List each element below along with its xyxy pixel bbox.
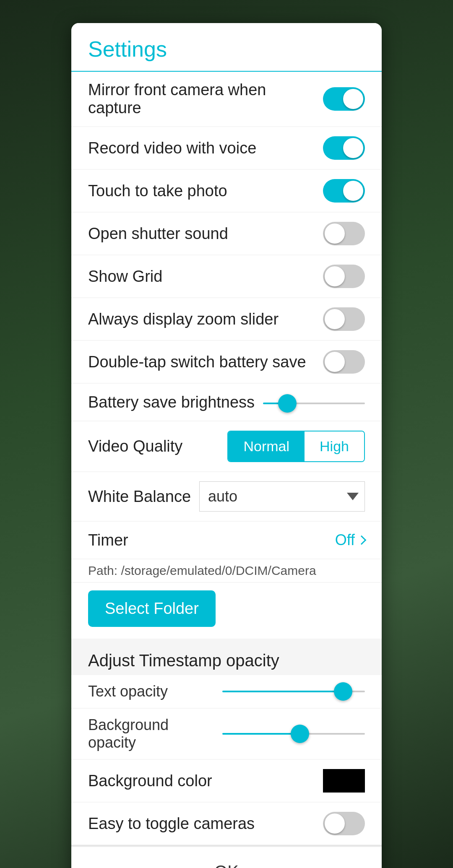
open-shutter-sound-toggle[interactable] <box>323 222 365 245</box>
background-opacity-slider[interactable] <box>222 733 365 735</box>
easy-toggle-cameras-row: Easy to toggle cameras <box>71 803 382 845</box>
mirror-front-camera-slider <box>323 87 365 111</box>
path-row: Path: /storage/emulated/0/DCIM/Camera <box>71 559 382 582</box>
timer-value-container: Off <box>335 531 365 549</box>
timestamp-section-label: Adjust Timestamp opacity <box>88 651 279 670</box>
background-opacity-label: Background opacity <box>88 716 214 751</box>
video-quality-label: Video Quality <box>88 437 182 455</box>
mirror-front-camera-label: Mirror front camera when capture <box>88 81 323 117</box>
white-balance-text: auto <box>208 488 237 505</box>
easy-toggle-cameras-toggle[interactable] <box>323 812 365 835</box>
footer-separator <box>71 845 382 846</box>
white-balance-row: White Balance auto <box>71 472 382 521</box>
background-color-swatch[interactable] <box>323 769 365 793</box>
text-opacity-slider[interactable] <box>222 691 365 692</box>
video-quality-buttons: Normal High <box>227 431 365 462</box>
double-tap-battery-label: Double-tap switch battery save <box>88 353 306 371</box>
battery-brightness-slider[interactable] <box>263 403 365 404</box>
record-video-voice-toggle[interactable] <box>323 136 365 160</box>
touch-to-take-photo-row: Touch to take photo <box>71 170 382 212</box>
show-grid-label: Show Grid <box>88 268 162 286</box>
video-quality-normal-button[interactable]: Normal <box>228 431 305 461</box>
always-display-zoom-toggle[interactable] <box>323 307 365 331</box>
text-opacity-label: Text opacity <box>88 683 214 700</box>
background-opacity-row: Background opacity <box>71 709 382 759</box>
battery-brightness-slider-container <box>263 398 365 406</box>
timer-label: Timer <box>88 531 128 549</box>
open-shutter-sound-label: Open shutter sound <box>88 225 228 243</box>
always-display-zoom-row: Always display zoom slider <box>71 298 382 340</box>
always-display-zoom-label: Always display zoom slider <box>88 310 279 328</box>
double-tap-battery-slider <box>323 350 365 374</box>
double-tap-battery-toggle[interactable] <box>323 350 365 374</box>
battery-brightness-label: Battery save brightness <box>88 393 255 411</box>
timer-value-text: Off <box>335 531 355 549</box>
timer-row[interactable]: Timer Off <box>71 522 382 559</box>
show-grid-slider <box>323 265 365 288</box>
white-balance-value[interactable]: auto <box>199 481 365 512</box>
dialog-footer: OK <box>71 847 382 868</box>
touch-to-take-photo-toggle[interactable] <box>323 179 365 203</box>
white-balance-label: White Balance <box>88 488 191 506</box>
select-folder-button[interactable]: Select Folder <box>88 590 216 627</box>
mirror-front-camera-toggle[interactable] <box>323 87 365 111</box>
white-balance-arrow-icon <box>347 493 359 500</box>
text-opacity-row: Text opacity <box>71 675 382 708</box>
touch-to-take-photo-slider <box>323 179 365 203</box>
select-folder-row: Select Folder <box>71 583 382 639</box>
settings-list: Mirror front camera when capture Record … <box>71 72 382 845</box>
timestamp-section-row: Adjust Timestamp opacity <box>71 639 382 675</box>
path-text: Path: /storage/emulated/0/DCIM/Camera <box>88 564 316 577</box>
background-color-label: Background color <box>88 772 212 790</box>
dialog-header: Settings <box>71 23 382 72</box>
touch-to-take-photo-label: Touch to take photo <box>88 182 227 200</box>
mirror-front-camera-row: Mirror front camera when capture <box>71 72 382 126</box>
record-video-voice-row: Record video with voice <box>71 127 382 169</box>
show-grid-toggle[interactable] <box>323 265 365 288</box>
battery-brightness-row: Battery save brightness <box>71 384 382 421</box>
dialog-title: Settings <box>88 37 167 61</box>
background-color-row: Background color <box>71 760 382 802</box>
open-shutter-sound-row: Open shutter sound <box>71 213 382 255</box>
always-display-zoom-slider <box>323 307 365 331</box>
white-balance-dropdown[interactable]: auto <box>199 481 365 512</box>
record-video-voice-slider <box>323 136 365 160</box>
double-tap-battery-row: Double-tap switch battery save <box>71 341 382 383</box>
record-video-voice-label: Record video with voice <box>88 139 256 157</box>
ok-button[interactable]: OK <box>88 858 365 868</box>
show-grid-row: Show Grid <box>71 255 382 297</box>
settings-dialog: Settings Mirror front camera when captur… <box>71 23 382 868</box>
video-quality-high-button[interactable]: High <box>305 431 364 461</box>
easy-toggle-cameras-label: Easy to toggle cameras <box>88 815 255 833</box>
easy-toggle-cameras-slider <box>323 812 365 835</box>
timer-chevron-icon <box>357 535 367 545</box>
video-quality-row: Video Quality Normal High <box>71 421 382 471</box>
open-shutter-sound-slider <box>323 222 365 245</box>
